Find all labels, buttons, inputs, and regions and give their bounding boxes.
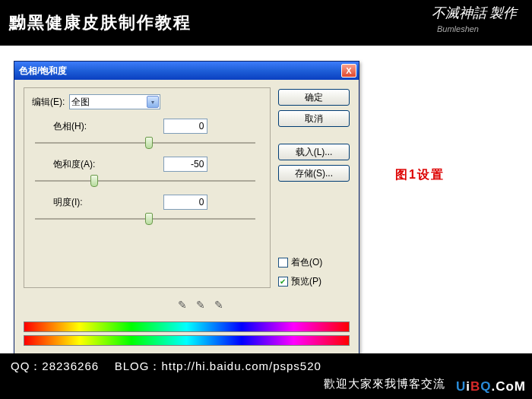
- edit-value: 全图: [71, 96, 90, 109]
- hue-label: 色相(H):: [53, 120, 122, 133]
- dialog-title: 色相/饱和度: [19, 65, 67, 78]
- colorize-checkbox[interactable]: [278, 258, 288, 268]
- content-area: 色相/饱和度 X 编辑(E): 全图 ▾ 色相(H): 0 饱和度(A):: [0, 46, 532, 353]
- gradient-before: [24, 321, 350, 332]
- lightness-input[interactable]: 0: [163, 195, 207, 210]
- bottom-banner: QQ：28236266 BLOG：http://hi.baidu.com/psp…: [0, 353, 532, 399]
- edit-dropdown[interactable]: 全图 ▾: [69, 94, 160, 109]
- hue-saturation-dialog: 色相/饱和度 X 编辑(E): 全图 ▾ 色相(H): 0 饱和度(A):: [14, 61, 359, 359]
- lightness-row: 明度(I): 0: [32, 195, 262, 210]
- colorize-row[interactable]: 着色(O): [278, 256, 350, 269]
- ok-button[interactable]: 确定: [278, 89, 350, 106]
- qq-text: QQ：28236266: [11, 359, 99, 372]
- eyedropper-icon[interactable]: ✎: [178, 299, 190, 314]
- eyedropper-minus-icon[interactable]: ✎: [214, 299, 226, 314]
- cancel-button[interactable]: 取消: [278, 110, 350, 127]
- gradient-preview: [14, 320, 359, 358]
- top-banner: 黝黑健康皮肤制作教程 不滅神話 製作 Bumleshen: [0, 0, 532, 46]
- edit-label: 编辑(E):: [32, 96, 65, 109]
- controls-fieldset: 编辑(E): 全图 ▾ 色相(H): 0 饱和度(A): -50: [24, 87, 271, 288]
- saturation-thumb[interactable]: [90, 175, 98, 187]
- eyedropper-tools: ✎ ✎ ✎: [14, 294, 359, 320]
- preview-row[interactable]: ✔ 预览(P): [278, 275, 350, 288]
- author-logo: 不滅神話 製作: [432, 4, 518, 22]
- close-button[interactable]: X: [341, 64, 356, 78]
- saturation-input[interactable]: -50: [163, 157, 207, 172]
- colorize-label: 着色(O): [291, 256, 322, 269]
- chevron-down-icon: ▾: [147, 96, 159, 108]
- saturation-row: 饱和度(A): -50: [32, 157, 262, 172]
- preview-label: 预览(P): [291, 275, 321, 288]
- watermark: UiBQ.CoM: [456, 379, 526, 394]
- saturation-label: 饱和度(A):: [53, 158, 122, 171]
- preview-checkbox[interactable]: ✔: [278, 277, 288, 287]
- dialog-body: 编辑(E): 全图 ▾ 色相(H): 0 饱和度(A): -50: [14, 80, 359, 294]
- saturation-slider[interactable]: [35, 175, 255, 187]
- tutorial-title: 黝黑健康皮肤制作教程: [9, 11, 192, 34]
- edit-row: 编辑(E): 全图 ▾: [32, 94, 262, 109]
- hue-thumb[interactable]: [145, 137, 153, 149]
- welcome-text: 歡迎大家來我博客交流: [11, 377, 521, 391]
- hue-slider[interactable]: [35, 137, 255, 149]
- author-logo-sub: Bumleshen: [437, 24, 479, 33]
- lightness-slider[interactable]: [35, 213, 255, 225]
- button-column: 确定 取消 载入(L)... 存储(S)... 着色(O) ✔ 预览(P): [278, 87, 350, 288]
- blog-text: BLOG：http://hi.baidu.com/psps520: [115, 359, 321, 372]
- hue-input[interactable]: 0: [163, 119, 207, 134]
- lightness-thumb[interactable]: [145, 213, 153, 225]
- gradient-after: [24, 335, 350, 346]
- dialog-titlebar[interactable]: 色相/饱和度 X: [14, 62, 359, 80]
- load-button[interactable]: 载入(L)...: [278, 144, 350, 160]
- save-button[interactable]: 存储(S)...: [278, 165, 350, 182]
- lightness-label: 明度(I):: [53, 196, 122, 209]
- eyedropper-plus-icon[interactable]: ✎: [196, 299, 208, 314]
- footer-line1: QQ：28236266 BLOG：http://hi.baidu.com/psp…: [11, 359, 521, 374]
- hue-row: 色相(H): 0: [32, 119, 262, 134]
- figure-annotation: 图1设置: [395, 167, 445, 183]
